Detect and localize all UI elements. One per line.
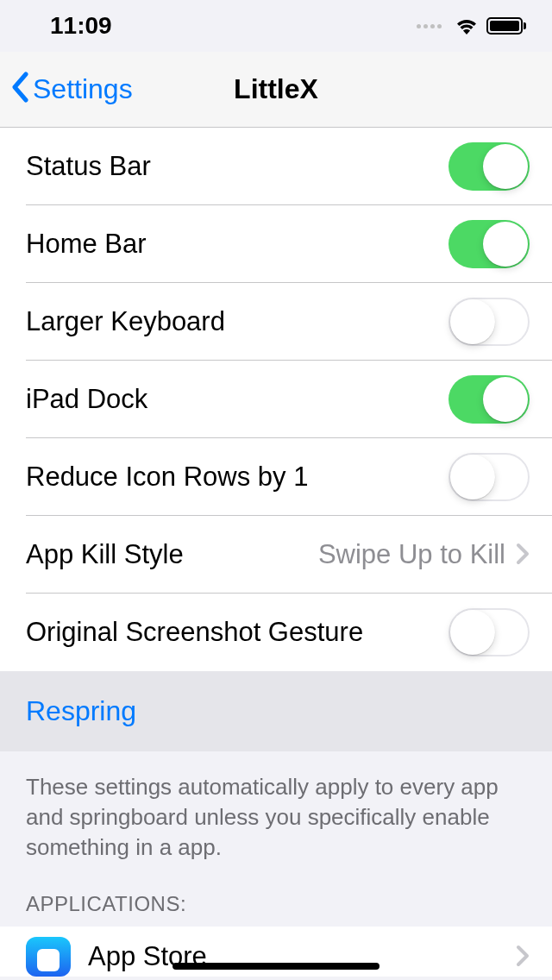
row-original-screenshot-gesture[interactable]: Original Screenshot Gesture	[0, 594, 552, 671]
applications-header: APPLICATIONS:	[0, 878, 552, 927]
toggle-status-bar[interactable]	[448, 142, 530, 191]
row-label: Status Bar	[26, 151, 151, 182]
signal-dots-icon	[417, 24, 442, 28]
toggle-reduce-icon-rows[interactable]	[448, 453, 530, 501]
app-store-icon	[26, 937, 71, 977]
status-indicators	[417, 16, 526, 35]
toggle-original-screenshot-gesture[interactable]	[448, 608, 530, 656]
row-label: Larger Keyboard	[26, 306, 225, 337]
home-indicator[interactable]	[172, 963, 380, 970]
toggle-larger-keyboard[interactable]	[448, 298, 530, 346]
row-status-bar[interactable]: Status Bar	[0, 128, 552, 205]
back-label: Settings	[33, 73, 133, 105]
chevron-right-icon	[516, 538, 530, 572]
respring-button[interactable]: Respring	[26, 695, 526, 727]
row-home-bar[interactable]: Home Bar	[0, 205, 552, 283]
page-title: LittleX	[234, 73, 318, 105]
row-label: iPad Dock	[26, 384, 147, 415]
footer-text: These settings automatically apply to ev…	[0, 751, 552, 878]
status-bar: 11:09	[0, 0, 552, 52]
toggle-ipad-dock[interactable]	[448, 375, 530, 424]
status-time: 11:09	[50, 12, 112, 40]
battery-icon	[486, 17, 526, 35]
row-value: Swipe Up to Kill	[318, 539, 505, 570]
chevron-left-icon	[10, 72, 29, 108]
row-label: App Kill Style	[26, 539, 184, 570]
row-label: Reduce Icon Rows by 1	[26, 462, 308, 493]
respring-section: Respring	[0, 671, 552, 751]
row-label: Original Screenshot Gesture	[26, 617, 363, 648]
row-app-kill-style[interactable]: App Kill Style Swipe Up to Kill	[0, 516, 552, 594]
row-reduce-icon-rows[interactable]: Reduce Icon Rows by 1	[0, 438, 552, 516]
row-label: Home Bar	[26, 229, 147, 260]
back-button[interactable]: Settings	[10, 72, 133, 108]
settings-list: Status Bar Home Bar Larger Keyboard iPad…	[0, 128, 552, 671]
row-ipad-dock[interactable]: iPad Dock	[0, 361, 552, 438]
wifi-icon	[454, 16, 480, 35]
chevron-right-icon	[516, 940, 530, 974]
toggle-home-bar[interactable]	[448, 220, 530, 268]
row-larger-keyboard[interactable]: Larger Keyboard	[0, 283, 552, 361]
navigation-bar: Settings LittleX	[0, 52, 552, 128]
